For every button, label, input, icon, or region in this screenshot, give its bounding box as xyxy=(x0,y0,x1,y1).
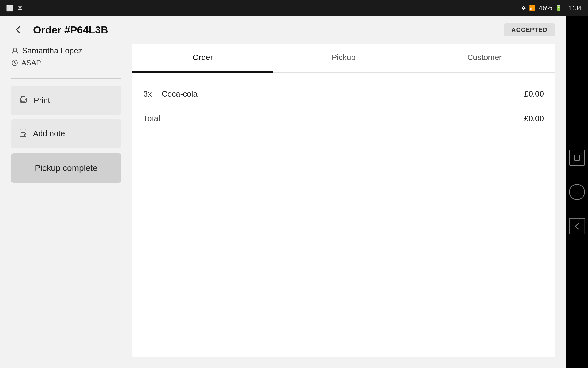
customer-name: Samantha Lopez xyxy=(22,46,82,56)
status-bar-left: ⬜ ✉ xyxy=(6,4,23,12)
accepted-badge: ACCEPTED xyxy=(504,23,555,36)
order-content: 3x Coca-cola £0.00 Total £0.00 xyxy=(132,73,555,357)
right-panel: Order Pickup Customer 3x Coca-cola xyxy=(132,44,555,357)
svg-rect-6 xyxy=(574,155,580,160)
total-label: Total xyxy=(143,114,524,123)
left-panel: Samantha Lopez ASAP xyxy=(11,44,121,357)
top-bar: Order #P64L3B ACCEPTED xyxy=(0,16,566,44)
clock: 11:04 xyxy=(565,4,582,12)
tab-customer[interactable]: Customer xyxy=(414,44,555,73)
nav-square-button[interactable] xyxy=(569,150,585,166)
item-qty: 3x xyxy=(143,89,162,99)
order-item-row: 3x Coca-cola £0.00 xyxy=(143,82,544,106)
nav-back-button[interactable] xyxy=(569,218,585,234)
battery-icon: 🔋 xyxy=(555,5,562,11)
customer-time: ASAP xyxy=(21,59,41,67)
tab-order[interactable]: Order xyxy=(132,44,273,73)
print-button[interactable]: Print xyxy=(11,86,121,115)
status-bar: ⬜ ✉ ✲ 📶 46% 🔋 11:04 xyxy=(0,0,588,16)
bluetooth-icon: ✲ xyxy=(521,5,526,11)
page-title: Order #P64L3B xyxy=(33,24,497,36)
note-icon xyxy=(18,128,28,139)
battery-percent: 46% xyxy=(539,4,552,12)
customer-info: Samantha Lopez ASAP xyxy=(11,44,121,73)
customer-time-row: ASAP xyxy=(11,59,121,67)
svg-rect-3 xyxy=(21,100,25,102)
total-price: £0.00 xyxy=(524,114,544,123)
status-bar-right: ✲ 📶 46% 🔋 11:04 xyxy=(521,4,582,12)
clock-icon xyxy=(11,59,18,67)
nav-circle-button[interactable] xyxy=(569,184,585,200)
item-price: £0.00 xyxy=(524,89,544,99)
print-icon xyxy=(18,94,28,106)
tab-pickup[interactable]: Pickup xyxy=(273,44,414,73)
pickup-complete-button[interactable]: Pickup complete xyxy=(11,153,121,183)
person-icon xyxy=(11,47,19,55)
divider xyxy=(11,78,121,79)
back-button[interactable] xyxy=(11,22,26,37)
android-nav xyxy=(566,16,588,368)
pickup-complete-label: Pickup complete xyxy=(35,163,97,173)
svg-point-4 xyxy=(25,99,26,100)
item-name: Coca-cola xyxy=(162,89,524,99)
order-total-row: Total £0.00 xyxy=(143,106,544,131)
notification-icon-1: ⬜ xyxy=(6,4,14,12)
notification-icon-2: ✉ xyxy=(17,4,23,12)
wifi-icon: 📶 xyxy=(529,5,536,11)
tabs: Order Pickup Customer xyxy=(132,44,555,73)
customer-name-row: Samantha Lopez xyxy=(11,46,121,56)
print-label: Print xyxy=(34,96,50,105)
add-note-button[interactable]: Add note xyxy=(11,119,121,148)
add-note-label: Add note xyxy=(33,129,65,138)
content-area: Samantha Lopez ASAP xyxy=(0,44,566,368)
